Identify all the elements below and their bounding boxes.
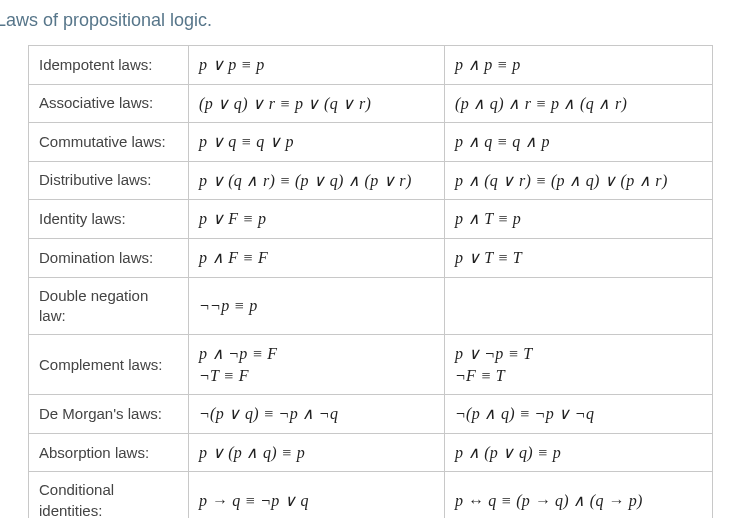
- law-eq-absorption-2: p ∧ (p ∨ q) ≡ p: [445, 433, 713, 472]
- law-eq-commutative-2: p ∧ q ≡ q ∧ p: [445, 123, 713, 162]
- law-eq-conditional-1: p → q ≡ ¬p ∨ q: [189, 472, 445, 518]
- laws-table-container: Idempotent laws: p ∨ p ≡ p p ∧ p ≡ p Ass…: [0, 45, 740, 518]
- law-label-identity: Identity laws:: [29, 200, 189, 239]
- law-eq-demorgan-1: ¬(p ∨ q) ≡ ¬p ∧ ¬q: [189, 395, 445, 434]
- law-label-complement: Complement laws:: [29, 335, 189, 395]
- law-eq-idempotent-2: p ∧ p ≡ p: [445, 46, 713, 85]
- table-row: De Morgan's laws: ¬(p ∨ q) ≡ ¬p ∧ ¬q ¬(p…: [29, 395, 713, 434]
- table-row: Domination laws: p ∧ F ≡ F p ∨ T ≡ T: [29, 238, 713, 277]
- page-title: Laws of propositional logic.: [0, 0, 740, 45]
- law-label-idempotent: Idempotent laws:: [29, 46, 189, 85]
- table-row: Identity laws: p ∨ F ≡ p p ∧ T ≡ p: [29, 200, 713, 239]
- law-eq-identity-2: p ∧ T ≡ p: [445, 200, 713, 239]
- law-label-distributive: Distributive laws:: [29, 161, 189, 200]
- table-row: Idempotent laws: p ∨ p ≡ p p ∧ p ≡ p: [29, 46, 713, 85]
- law-label-double-negation: Double negation law:: [29, 277, 189, 335]
- law-eq-double-negation-2: [445, 277, 713, 335]
- law-label-associative: Associative laws:: [29, 84, 189, 123]
- law-eq-complement-2a: p ∨ ¬p ≡ T: [455, 345, 533, 362]
- law-eq-complement-2b: ¬F ≡ T: [455, 367, 505, 384]
- law-eq-absorption-1: p ∨ (p ∧ q) ≡ p: [189, 433, 445, 472]
- law-eq-complement-1b: ¬T ≡ F: [199, 367, 249, 384]
- law-eq-identity-1: p ∨ F ≡ p: [189, 200, 445, 239]
- law-eq-complement-2: p ∨ ¬p ≡ T ¬F ≡ T: [445, 335, 713, 395]
- law-eq-demorgan-2: ¬(p ∧ q) ≡ ¬p ∨ ¬q: [445, 395, 713, 434]
- law-eq-complement-1: p ∧ ¬p ≡ F ¬T ≡ F: [189, 335, 445, 395]
- law-label-conditional: Conditional identities:: [29, 472, 189, 518]
- law-label-demorgan: De Morgan's laws:: [29, 395, 189, 434]
- law-eq-commutative-1: p ∨ q ≡ q ∨ p: [189, 123, 445, 162]
- law-eq-distributive-1: p ∨ (q ∧ r) ≡ (p ∨ q) ∧ (p ∨ r): [189, 161, 445, 200]
- table-row: Distributive laws: p ∨ (q ∧ r) ≡ (p ∨ q)…: [29, 161, 713, 200]
- law-label-absorption: Absorption laws:: [29, 433, 189, 472]
- laws-table: Idempotent laws: p ∨ p ≡ p p ∧ p ≡ p Ass…: [28, 45, 713, 518]
- table-row: Double negation law: ¬¬p ≡ p: [29, 277, 713, 335]
- law-label-domination: Domination laws:: [29, 238, 189, 277]
- law-eq-domination-1: p ∧ F ≡ F: [189, 238, 445, 277]
- table-row: Absorption laws: p ∨ (p ∧ q) ≡ p p ∧ (p …: [29, 433, 713, 472]
- law-eq-domination-2: p ∨ T ≡ T: [445, 238, 713, 277]
- table-row: Complement laws: p ∧ ¬p ≡ F ¬T ≡ F p ∨ ¬…: [29, 335, 713, 395]
- law-eq-double-negation-1: ¬¬p ≡ p: [189, 277, 445, 335]
- law-eq-associative-1: (p ∨ q) ∨ r ≡ p ∨ (q ∨ r): [189, 84, 445, 123]
- law-eq-complement-1a: p ∧ ¬p ≡ F: [199, 345, 277, 362]
- table-row: Associative laws: (p ∨ q) ∨ r ≡ p ∨ (q ∨…: [29, 84, 713, 123]
- table-row: Commutative laws: p ∨ q ≡ q ∨ p p ∧ q ≡ …: [29, 123, 713, 162]
- law-eq-distributive-2: p ∧ (q ∨ r) ≡ (p ∧ q) ∨ (p ∧ r): [445, 161, 713, 200]
- law-eq-conditional-2: p ↔ q ≡ (p → q) ∧ (q → p): [445, 472, 713, 518]
- law-label-commutative: Commutative laws:: [29, 123, 189, 162]
- law-eq-associative-2: (p ∧ q) ∧ r ≡ p ∧ (q ∧ r): [445, 84, 713, 123]
- table-row: Conditional identities: p → q ≡ ¬p ∨ q p…: [29, 472, 713, 518]
- law-eq-idempotent-1: p ∨ p ≡ p: [189, 46, 445, 85]
